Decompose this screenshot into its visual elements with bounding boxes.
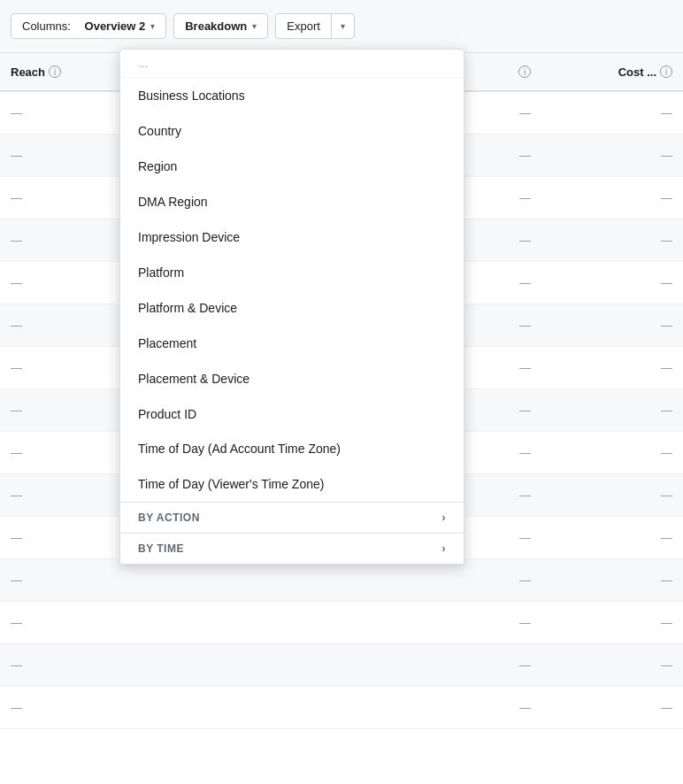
row-reach-5: — [0, 276, 115, 289]
dropdown-item-label: Business Locations [138, 88, 245, 103]
row-cost-7: — [541, 361, 683, 374]
column-cost: Cost ... i [541, 65, 683, 79]
section-by-action-chevron-icon: › [442, 511, 447, 524]
dropdown-item-label: Region [138, 159, 177, 173]
dropdown-item-impression-device[interactable]: Impression Device [120, 219, 464, 255]
columns-button[interactable]: Columns: Overview 2 ▾ [11, 13, 166, 39]
row-right-12: — [365, 573, 541, 587]
row-reach-13: — [0, 616, 115, 629]
section-by-time-chevron-icon: › [442, 542, 447, 555]
cost-info-icon[interactable]: i [660, 65, 672, 78]
dropdown-item-country[interactable]: Country [120, 113, 464, 149]
row-right-15: — [365, 701, 541, 714]
breakdown-label: Breakdown [185, 19, 247, 33]
dropdown-item-placement-device[interactable]: Placement & Device [120, 361, 464, 396]
section-by-action[interactable]: BY ACTION › [120, 502, 464, 533]
section-by-time-label: BY TIME [138, 542, 184, 555]
dropdown-item-label: Platform & Device [138, 301, 237, 315]
row-reach-8: — [0, 404, 115, 417]
dropdown-item-label: Impression Device [138, 230, 240, 244]
columns-chevron-icon: ▾ [150, 21, 155, 31]
row-reach-11: — [0, 531, 115, 544]
columns-value: Overview 2 [85, 19, 146, 33]
row-cost-1: — [541, 106, 683, 119]
row-reach-3: — [0, 191, 115, 204]
row-cost-15: — [541, 701, 683, 714]
row-cost-5: — [541, 276, 683, 289]
middle-info-icon[interactable]: i [518, 65, 531, 78]
columns-label: Columns: [22, 19, 71, 33]
section-by-time[interactable]: BY TIME › [120, 533, 464, 564]
dropdown-item-platform-device[interactable]: Platform & Device [120, 290, 464, 326]
dropdown-scroll-area[interactable]: ... Business Locations Country Region DM… [120, 50, 464, 564]
row-reach-10: — [0, 488, 115, 502]
row-reach-9: — [0, 446, 115, 459]
dropdown-partial-top: ... [120, 50, 464, 78]
row-cost-10: — [541, 488, 683, 502]
cost-label: Cost ... [618, 65, 656, 79]
row-cost-4: — [541, 234, 683, 247]
dropdown-item-label: Country [138, 124, 181, 138]
table-row: — — — [0, 602, 683, 644]
row-reach-7: — [0, 361, 115, 374]
row-cost-14: — [541, 658, 683, 672]
dropdown-item-label: Placement [138, 336, 196, 350]
row-right-14: — [365, 658, 541, 672]
dropdown-item-time-ad-account[interactable]: Time of Day (Ad Account Time Zone) [120, 432, 464, 467]
table-row: — — — [0, 559, 683, 602]
row-cost-9: — [541, 446, 683, 459]
row-cost-11: — [541, 531, 683, 544]
table-row: — — — [0, 644, 683, 687]
export-chevron-icon[interactable]: ▾ [332, 16, 354, 36]
export-button[interactable]: Export [276, 14, 332, 38]
export-group: Export ▾ [275, 13, 355, 39]
row-cost-3: — [541, 191, 683, 204]
row-reach-1: — [0, 106, 115, 119]
row-cost-2: — [541, 149, 683, 162]
row-reach-4: — [0, 234, 115, 247]
dropdown-item-platform[interactable]: Platform [120, 255, 464, 290]
row-reach-2: — [0, 149, 115, 162]
dropdown-item-product-id[interactable]: Product ID [120, 396, 464, 432]
dropdown-item-label: Time of Day (Viewer's Time Zone) [138, 476, 324, 494]
breakdown-button[interactable]: Breakdown ▾ [173, 13, 268, 39]
row-right-13: — [365, 616, 541, 629]
dropdown-item-time-viewer[interactable]: Time of Day (Viewer's Time Zone) [120, 467, 464, 503]
table-row: — — — [0, 687, 683, 729]
row-cost-8: — [541, 404, 683, 417]
row-reach-15: — [0, 701, 115, 714]
row-reach-12: — [0, 573, 115, 587]
toolbar: Columns: Overview 2 ▾ Breakdown ▾ Export… [0, 0, 683, 53]
section-by-action-label: BY ACTION [138, 511, 200, 524]
dropdown-item-dma-region[interactable]: DMA Region [120, 184, 464, 219]
reach-label: Reach [11, 65, 45, 79]
breakdown-chevron-icon: ▾ [252, 21, 257, 31]
row-cost-12: — [541, 573, 683, 587]
row-reach-14: — [0, 658, 115, 672]
breakdown-dropdown: ... Business Locations Country Region DM… [119, 49, 464, 565]
dropdown-item-region[interactable]: Region [120, 149, 464, 184]
reach-info-icon[interactable]: i [49, 65, 61, 78]
dropdown-item-label: Platform [138, 265, 184, 280]
dropdown-item-label: Placement & Device [138, 372, 249, 386]
column-reach: Reach i [0, 65, 115, 79]
dropdown-item-label: DMA Region [138, 195, 208, 209]
row-cost-6: — [541, 319, 683, 332]
row-cost-13: — [541, 616, 683, 629]
dropdown-item-label: Product ID [138, 407, 196, 421]
row-reach-6: — [0, 319, 115, 332]
dropdown-item-label: Time of Day (Ad Account Time Zone) [138, 441, 341, 458]
dropdown-item-business-locations[interactable]: Business Locations [120, 78, 464, 113]
dropdown-item-placement[interactable]: Placement [120, 326, 464, 361]
